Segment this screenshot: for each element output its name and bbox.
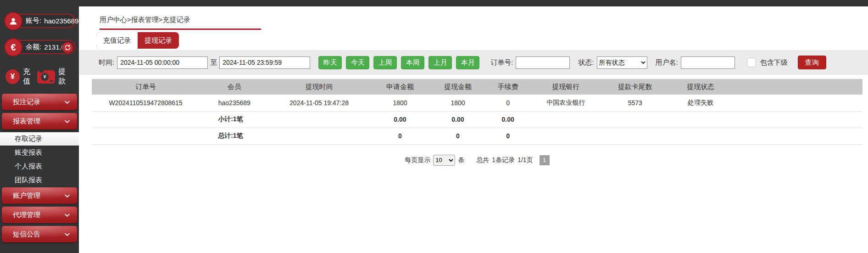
sidebar-item-account-management[interactable]: 账户管理 (2, 187, 77, 204)
sidebar-item-sms-announcement[interactable]: 短信公告 (2, 226, 77, 242)
cell-member: hao235689 (200, 95, 269, 111)
account-value: hao235689 (44, 17, 78, 25)
total-records-label: 总共 (476, 156, 489, 164)
refresh-balance-icon[interactable] (62, 42, 73, 53)
record-tabs: 充值记录 提现记录 (96, 32, 179, 49)
wallet-icon: ¥ (37, 70, 55, 84)
to-label: 至 (210, 58, 217, 67)
user-icon (4, 12, 22, 30)
per-page-prefix: 每页显示 (405, 156, 430, 164)
status-badge: 处理失败 (670, 95, 731, 111)
order-number-label: 订单号: (490, 58, 513, 67)
cell-apply-amount: 1800 (369, 95, 431, 111)
sidebar-item-team-report[interactable]: 团队报表 (0, 174, 79, 187)
chevron-down-icon (64, 192, 71, 199)
filter-bar: 时间: 至 昨天 今天 上周 本周 上月 本月 订单号: 状态: 所有状态 用户… (79, 50, 868, 75)
include-subordinates-checkbox[interactable] (747, 58, 756, 67)
cell-order-number: W2024110519472808615 (92, 95, 200, 111)
col-fee: 手续费 (485, 79, 531, 95)
status-select[interactable]: 所有状态 (597, 56, 647, 69)
total-label: 总计:1笔 (92, 128, 369, 144)
sidebar-item-bet-records[interactable]: 投注记录 (2, 94, 77, 110)
balance-pill: € 余额: 2131.06 (5, 40, 75, 54)
col-apply-amount: 申请金额 (369, 79, 431, 95)
top-bar (79, 0, 868, 6)
col-card-tail: 提款卡尾数 (601, 79, 670, 95)
recharge-button[interactable]: ¥ 充值 (6, 67, 37, 86)
sidebar: 账号: hao235689 € 余额: 2131.06 ¥ 充值 (0, 0, 79, 253)
breadcrumb-underline (100, 28, 261, 30)
subtotal-label: 小计:1笔 (92, 111, 369, 128)
col-withdraw-amount: 提现金额 (431, 79, 485, 95)
table-row: W2024110519472808615 hao235689 2024-11-0… (92, 95, 862, 111)
last-week-button[interactable]: 上周 (373, 56, 397, 69)
sidebar-menu: 投注记录 报表管理 存取记录 账变报表 个人报表 团队报表 (0, 94, 79, 242)
total-apply-amount: 0 (369, 128, 431, 144)
yen-icon: ¥ (6, 69, 20, 84)
page-button-1[interactable]: 1 (540, 155, 550, 165)
sidebar-item-agent-management[interactable]: 代理管理 (2, 207, 77, 223)
cell-withdraw-time: 2024-11-05 19:47:28 (269, 95, 369, 111)
include-subordinates-label: 包含下级 (760, 58, 788, 67)
last-month-button[interactable]: 上月 (428, 56, 452, 69)
subtotal-fee: 0.00 (485, 111, 531, 128)
search-button[interactable]: 查询 (798, 56, 826, 69)
sidebar-actions: ¥ 充值 ¥ 提款 (6, 67, 72, 86)
total-withdraw-amount: 0 (431, 128, 485, 144)
this-week-button[interactable]: 本周 (401, 56, 424, 69)
tab-withdraw-records[interactable]: 提现记录 (138, 32, 179, 49)
order-number-input[interactable] (516, 56, 570, 69)
tab-recharge-records[interactable]: 充值记录 (96, 32, 138, 49)
per-page-select[interactable]: 10 (433, 155, 455, 166)
account-label: 账号: (26, 17, 41, 25)
sidebar-item-deposit-withdraw-records[interactable]: 存取记录 (0, 132, 79, 146)
page-indicator: 1/1页 (517, 156, 533, 164)
breadcrumb: 用户中心>报表管理>充提记录 (100, 16, 868, 24)
per-page-suffix: 条 (458, 156, 464, 164)
sidebar-item-report-management[interactable]: 报表管理 (2, 113, 77, 129)
subtotal-withdraw-amount: 0.00 (431, 111, 485, 128)
app-window: 账号: hao235689 € 余额: 2131.06 ¥ 充值 (0, 0, 868, 253)
sidebar-item-personal-report[interactable]: 个人报表 (0, 160, 79, 173)
records-count: 1条记录 (492, 156, 515, 164)
col-filler (731, 79, 862, 95)
withdraw-button[interactable]: ¥ 提款 (37, 67, 72, 86)
time-to-input[interactable] (219, 56, 310, 69)
total-fee: 0 (485, 128, 531, 144)
username-input[interactable] (681, 56, 735, 69)
yesterday-button[interactable]: 昨天 (318, 56, 342, 69)
table-header-row: 订单号 会员 提现时间 申请金额 提现金额 手续费 提现银行 提款卡尾数 提现状… (92, 79, 862, 95)
withdraw-records-table: 订单号 会员 提现时间 申请金额 提现金额 手续费 提现银行 提款卡尾数 提现状… (92, 79, 862, 145)
this-month-button[interactable]: 本月 (456, 56, 479, 69)
col-withdraw-time: 提现时间 (269, 79, 369, 95)
sidebar-item-account-change-report[interactable]: 账变报表 (0, 146, 79, 159)
subtotal-row: 小计:1笔 0.00 0.00 0.00 (92, 111, 862, 128)
col-withdraw-status: 提现状态 (670, 79, 731, 95)
total-row: 总计:1笔 0 0 0 (92, 128, 862, 144)
quick-date-buttons: 昨天 今天 上周 本周 上月 本月 (318, 56, 479, 69)
cell-fee: 0 (485, 95, 531, 111)
today-button[interactable]: 今天 (346, 56, 369, 69)
status-label: 状态: (578, 58, 594, 67)
euro-icon: € (4, 38, 22, 56)
account-pill: 账号: hao235689 (5, 14, 75, 28)
chevron-down-icon (64, 231, 71, 238)
cell-withdraw-amount: 1800 (431, 95, 485, 111)
recharge-label: 充值 (23, 67, 37, 86)
chevron-down-icon (64, 118, 71, 125)
withdraw-label: 提款 (58, 67, 72, 86)
cell-withdraw-bank: 中国农业银行 (531, 95, 601, 111)
col-withdraw-bank: 提现银行 (531, 79, 601, 95)
balance-label: 余额: (26, 43, 41, 51)
main-content: 用户中心>报表管理>充提记录 充值记录 提现记录 时间: 至 昨天 今天 上周 … (79, 0, 868, 253)
chevron-down-icon (64, 212, 71, 219)
pagination: 每页显示 10 条 总共 1条记录 1/1页 1 (92, 155, 862, 166)
username-label: 用户名: (656, 58, 678, 67)
time-label: 时间: (99, 58, 114, 67)
cell-card-tail: 5573 (601, 95, 670, 111)
chevron-down-icon (64, 99, 71, 106)
subtotal-apply-amount: 0.00 (369, 111, 431, 128)
col-order-number: 订单号 (92, 79, 200, 95)
time-from-input[interactable] (117, 56, 208, 69)
col-member: 会员 (200, 79, 269, 95)
